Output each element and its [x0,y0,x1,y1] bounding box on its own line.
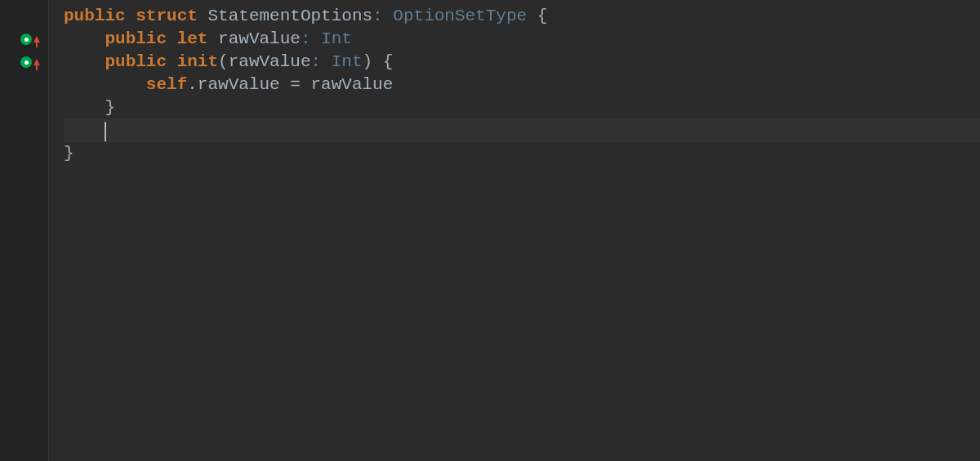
indent [64,121,105,140]
gutter-row[interactable] [0,51,48,74]
code-line[interactable]: public struct StatementOptions: OptionSe… [64,5,980,28]
property-name: rawValue [218,29,301,48]
colon: : [311,52,322,71]
type-int: Int [332,52,363,71]
keyword-public: public [105,52,167,71]
brace-close: } [64,144,74,163]
error-marker-icon[interactable] [20,56,32,68]
arrow-up-icon [33,36,40,43]
code-line[interactable]: } [64,142,980,165]
editor-gutter [0,0,49,461]
code-line[interactable]: public init(rawValue: Int) { [64,51,980,74]
code-line[interactable]: public let rawValue: Int [64,28,980,51]
code-line[interactable]: self.rawValue = rawValue [64,74,980,96]
keyword-struct: struct [136,7,198,25]
keyword-public: public [64,7,126,25]
code-line-current[interactable] [64,119,980,142]
keyword-public: public [105,29,167,48]
property-access: rawValue [198,75,280,94]
type-name: StatementOptions [207,7,372,25]
keyword-self: self [146,75,187,94]
value: rawValue [311,75,394,94]
keyword-init: init [177,52,218,71]
colon: : [301,29,311,48]
text-cursor [105,122,106,141]
colon: : [372,7,383,25]
code-line[interactable]: } [64,96,980,119]
code-editor[interactable]: public struct StatementOptions: OptionSe… [49,0,980,461]
arrow-up-icon [33,59,40,65]
error-marker-icon[interactable] [20,34,32,45]
brace-open: { [372,52,393,71]
dot: . [187,75,198,94]
param-name: rawValue [229,52,311,71]
equals: = [280,75,311,94]
brace-close: } [105,98,115,117]
brace-open: { [527,7,547,25]
protocol-name: OptionSetType [393,7,527,25]
keyword-let: let [177,29,208,48]
paren-close: ) [363,52,373,71]
gutter-row [0,5,48,28]
gutter-row[interactable] [0,28,48,51]
paren-open: ( [218,52,229,71]
type-int: Int [321,29,352,48]
